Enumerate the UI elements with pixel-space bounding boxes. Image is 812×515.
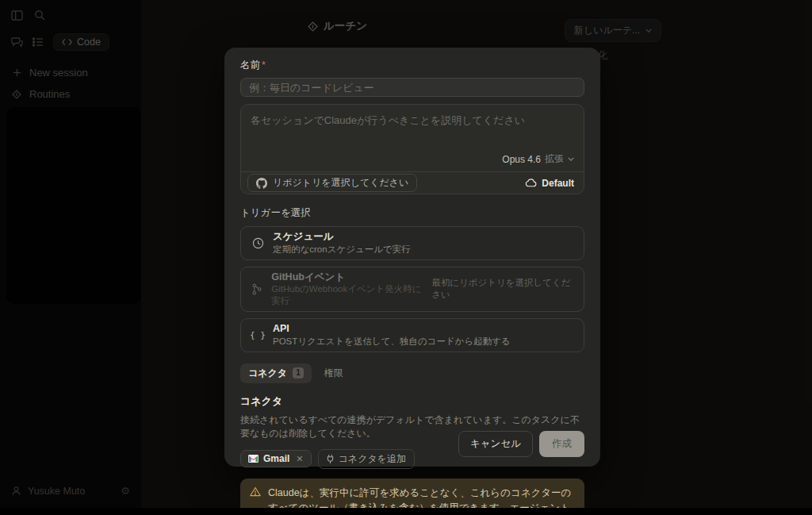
trigger-desc: GitHubのWebhookイベント発火時に実行 [271, 283, 423, 307]
create-routine-modal: 名前* Opus 4.6 拡張 リポジトリを選択してくださ [224, 48, 600, 467]
braces-icon: { } [251, 330, 265, 340]
trigger-api-card[interactable]: { } API POSTリクエストを送信して、独自のコードから起動する [240, 318, 584, 352]
connectors-heading: コネクタ [240, 394, 584, 409]
tab-permissions[interactable]: 権限 [324, 367, 343, 380]
tab-label: 権限 [324, 367, 343, 379]
name-field-label: 名前* [240, 59, 584, 72]
plug-icon [327, 454, 334, 464]
repository-select-label: リポジトリを選択してください [273, 176, 408, 190]
environment-selector[interactable]: Default [525, 178, 577, 189]
routine-prompt-input[interactable] [241, 105, 584, 152]
github-icon [256, 178, 267, 189]
clock-icon [251, 237, 265, 249]
trigger-desc: POSTリクエストを送信して、独自のコードから起動する [273, 336, 511, 348]
routine-name-input[interactable] [240, 78, 584, 97]
connector-chip-label: Gmail [263, 453, 289, 464]
trigger-title: スケジュール [273, 231, 411, 244]
tab-connectors[interactable]: コネクタ 1 [240, 363, 312, 383]
gmail-icon [248, 455, 259, 463]
trigger-section-label: トリガーを選択 [240, 206, 584, 220]
modal-footer: キャンセル 作成 [458, 431, 584, 457]
create-button[interactable]: 作成 [539, 431, 584, 457]
model-name: Opus 4.6 [502, 154, 541, 165]
trigger-title: API [273, 323, 511, 336]
model-selector[interactable]: Opus 4.6 拡張 [241, 152, 584, 171]
connector-count-badge: 1 [293, 367, 304, 379]
remove-connector-icon[interactable]: ✕ [296, 454, 303, 464]
add-connector-label: コネクタを追加 [339, 452, 406, 466]
webhook-icon [251, 283, 263, 295]
environment-label: Default [542, 178, 574, 189]
bottom-letterbox [0, 508, 812, 515]
trigger-disabled-hint: 最初にリポジトリを選択してください [431, 277, 574, 301]
model-mode: 拡張 [545, 152, 564, 166]
connector-chip-gmail[interactable]: Gmail ✕ [240, 450, 312, 467]
required-asterisk: * [262, 60, 266, 71]
add-connector-button[interactable]: コネクタを追加 [318, 449, 415, 469]
cloud-icon [525, 179, 537, 187]
trigger-schedule-card[interactable]: スケジュール 定期的なcronスケジュールで実行 [240, 226, 584, 260]
chevron-down-icon [568, 157, 574, 161]
trigger-title: GitHubイベント [271, 271, 423, 284]
prompt-composer: Opus 4.6 拡張 リポジトリを選択してください [240, 104, 584, 194]
modal-tabs: コネクタ 1 権限 [240, 363, 584, 383]
repository-select-button[interactable]: リポジトリを選択してください [247, 174, 417, 192]
cancel-button[interactable]: キャンセル [458, 431, 533, 457]
tab-label: コネクタ [248, 367, 287, 380]
trigger-desc: 定期的なcronスケジュールで実行 [273, 244, 411, 256]
app-window: Code New session Routines [0, 0, 812, 515]
trigger-github-event-card: GitHubイベント GitHubのWebhookイベント発火時に実行 最初にリ… [240, 267, 584, 313]
